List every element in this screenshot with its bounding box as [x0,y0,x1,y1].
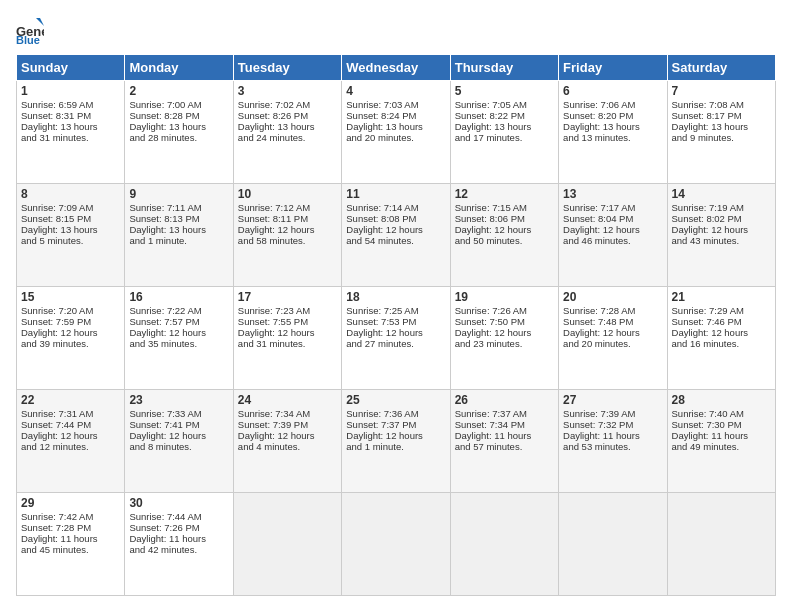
day-number: 19 [455,290,554,304]
day-info-line: Sunrise: 7:09 AM [21,202,120,213]
calendar-cell: 26Sunrise: 7:37 AMSunset: 7:34 PMDayligh… [450,390,558,493]
day-info-line: Sunset: 7:53 PM [346,316,445,327]
day-info-line: and 49 minutes. [672,441,771,452]
calendar-cell [667,493,775,596]
day-info-line: Daylight: 11 hours [455,430,554,441]
day-info-line: Sunrise: 7:40 AM [672,408,771,419]
day-info-line: and 20 minutes. [563,338,662,349]
calendar-week-2: 8Sunrise: 7:09 AMSunset: 8:15 PMDaylight… [17,184,776,287]
col-saturday: Saturday [667,55,775,81]
day-info-line: Daylight: 13 hours [129,121,228,132]
calendar-week-4: 22Sunrise: 7:31 AMSunset: 7:44 PMDayligh… [17,390,776,493]
calendar-cell: 21Sunrise: 7:29 AMSunset: 7:46 PMDayligh… [667,287,775,390]
day-info-line: Sunset: 8:04 PM [563,213,662,224]
day-info-line: Sunrise: 7:00 AM [129,99,228,110]
day-info-line: Sunset: 8:06 PM [455,213,554,224]
day-info-line: Sunrise: 7:25 AM [346,305,445,316]
calendar-week-5: 29Sunrise: 7:42 AMSunset: 7:28 PMDayligh… [17,493,776,596]
day-info-line: Sunset: 8:08 PM [346,213,445,224]
calendar-cell: 23Sunrise: 7:33 AMSunset: 7:41 PMDayligh… [125,390,233,493]
day-info-line: Daylight: 12 hours [672,327,771,338]
day-number: 2 [129,84,228,98]
calendar-cell: 12Sunrise: 7:15 AMSunset: 8:06 PMDayligh… [450,184,558,287]
calendar-cell: 15Sunrise: 7:20 AMSunset: 7:59 PMDayligh… [17,287,125,390]
day-info-line: Sunrise: 7:20 AM [21,305,120,316]
day-info-line: and 23 minutes. [455,338,554,349]
day-number: 27 [563,393,662,407]
day-info-line: Sunset: 7:50 PM [455,316,554,327]
page-header: General Blue [16,16,776,44]
day-info-line: Sunset: 7:30 PM [672,419,771,430]
day-number: 10 [238,187,337,201]
day-info-line: Daylight: 11 hours [21,533,120,544]
day-info-line: and 53 minutes. [563,441,662,452]
day-info-line: Sunrise: 7:05 AM [455,99,554,110]
day-info-line: Daylight: 13 hours [21,224,120,235]
day-info-line: Sunrise: 7:39 AM [563,408,662,419]
day-info-line: Sunrise: 7:36 AM [346,408,445,419]
calendar-cell [233,493,341,596]
calendar-cell: 17Sunrise: 7:23 AMSunset: 7:55 PMDayligh… [233,287,341,390]
day-info-line: and 1 minute. [346,441,445,452]
day-info-line: Daylight: 12 hours [455,327,554,338]
day-info-line: and 20 minutes. [346,132,445,143]
logo: General Blue [16,16,48,44]
day-info-line: and 8 minutes. [129,441,228,452]
day-number: 22 [21,393,120,407]
calendar-cell: 9Sunrise: 7:11 AMSunset: 8:13 PMDaylight… [125,184,233,287]
day-number: 25 [346,393,445,407]
day-info-line: Sunset: 7:32 PM [563,419,662,430]
calendar-cell [450,493,558,596]
calendar-header-row: Sunday Monday Tuesday Wednesday Thursday… [17,55,776,81]
day-info-line: Sunrise: 7:31 AM [21,408,120,419]
day-info-line: and 42 minutes. [129,544,228,555]
day-info-line: Sunset: 7:44 PM [21,419,120,430]
day-info-line: Sunset: 8:24 PM [346,110,445,121]
calendar-cell: 6Sunrise: 7:06 AMSunset: 8:20 PMDaylight… [559,81,667,184]
day-info-line: Sunrise: 7:06 AM [563,99,662,110]
col-thursday: Thursday [450,55,558,81]
day-info-line: Sunset: 7:34 PM [455,419,554,430]
calendar-cell: 20Sunrise: 7:28 AMSunset: 7:48 PMDayligh… [559,287,667,390]
day-info-line: Daylight: 11 hours [129,533,228,544]
day-number: 20 [563,290,662,304]
day-info-line: Daylight: 12 hours [238,327,337,338]
calendar-cell [559,493,667,596]
day-info-line: Daylight: 12 hours [346,430,445,441]
col-wednesday: Wednesday [342,55,450,81]
day-info-line: and 39 minutes. [21,338,120,349]
calendar-week-3: 15Sunrise: 7:20 AMSunset: 7:59 PMDayligh… [17,287,776,390]
day-info-line: Sunrise: 7:03 AM [346,99,445,110]
day-info-line: Sunset: 8:26 PM [238,110,337,121]
day-info-line: Sunrise: 7:15 AM [455,202,554,213]
day-info-line: Sunrise: 7:11 AM [129,202,228,213]
day-info-line: Sunset: 8:13 PM [129,213,228,224]
day-number: 12 [455,187,554,201]
day-info-line: and 16 minutes. [672,338,771,349]
calendar-cell: 14Sunrise: 7:19 AMSunset: 8:02 PMDayligh… [667,184,775,287]
calendar-cell: 10Sunrise: 7:12 AMSunset: 8:11 PMDayligh… [233,184,341,287]
day-info-line: Daylight: 12 hours [346,327,445,338]
day-number: 5 [455,84,554,98]
day-info-line: and 35 minutes. [129,338,228,349]
calendar-cell: 24Sunrise: 7:34 AMSunset: 7:39 PMDayligh… [233,390,341,493]
col-sunday: Sunday [17,55,125,81]
day-info-line: Sunset: 7:55 PM [238,316,337,327]
calendar-cell: 13Sunrise: 7:17 AMSunset: 8:04 PMDayligh… [559,184,667,287]
day-info-line: Sunset: 7:57 PM [129,316,228,327]
day-info-line: and 12 minutes. [21,441,120,452]
day-info-line: Sunset: 8:02 PM [672,213,771,224]
day-number: 13 [563,187,662,201]
day-number: 30 [129,496,228,510]
day-info-line: Sunset: 7:46 PM [672,316,771,327]
day-info-line: Sunrise: 7:42 AM [21,511,120,522]
day-info-line: Sunset: 8:31 PM [21,110,120,121]
day-info-line: Sunset: 7:59 PM [21,316,120,327]
day-info-line: Sunrise: 7:08 AM [672,99,771,110]
col-friday: Friday [559,55,667,81]
calendar-cell: 28Sunrise: 7:40 AMSunset: 7:30 PMDayligh… [667,390,775,493]
day-info-line: and 45 minutes. [21,544,120,555]
day-info-line: Daylight: 12 hours [21,430,120,441]
day-info-line: Sunrise: 7:12 AM [238,202,337,213]
day-info-line: and 31 minutes. [238,338,337,349]
